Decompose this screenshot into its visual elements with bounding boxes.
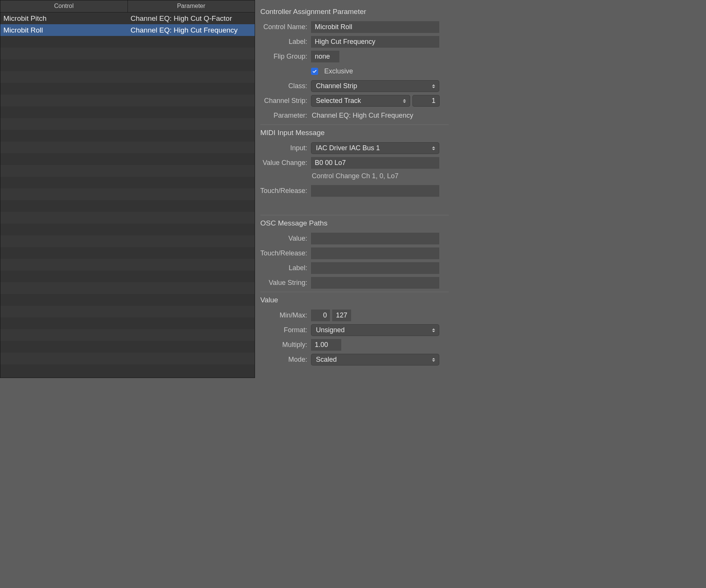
table-row-empty — [0, 142, 255, 153]
table-row-empty — [0, 271, 255, 282]
table-row-empty — [0, 259, 255, 271]
stepper-icon — [402, 98, 407, 104]
exclusive-checkbox[interactable] — [311, 68, 318, 75]
label-multiply: Multiply: — [260, 341, 311, 349]
table-row-empty — [0, 71, 255, 83]
table-row-empty — [0, 48, 255, 59]
midi-touch-release-input[interactable] — [311, 185, 439, 197]
table-row-empty — [0, 317, 255, 329]
label-mode: Mode: — [260, 356, 311, 364]
table-row-empty — [0, 95, 255, 106]
channel-strip-index[interactable]: 1 — [412, 95, 440, 107]
cell-parameter: Channel EQ: High Cut Q-Factor — [128, 14, 255, 23]
table-row-empty — [0, 212, 255, 224]
max-input[interactable] — [332, 310, 351, 321]
cell-control: Microbit Pitch — [0, 14, 128, 23]
label-value-change: Value Change: — [260, 159, 311, 167]
label-osc-touch-release: Touch/Release: — [260, 249, 311, 257]
stepper-icon — [431, 357, 436, 363]
cell-control: Microbit Roll — [0, 26, 128, 34]
table-row-empty — [0, 165, 255, 177]
table-row-empty — [0, 177, 255, 188]
label-channel-strip: Channel Strip: — [260, 97, 311, 105]
table-row-empty — [0, 224, 255, 235]
table-row-empty — [0, 118, 255, 130]
min-input[interactable] — [311, 310, 330, 321]
section-title-controller: Controller Assignment Parameter — [260, 5, 449, 21]
table-header: Control Parameter — [0, 0, 255, 12]
class-select[interactable]: Channel Strip — [311, 80, 439, 92]
table-row-empty — [0, 353, 255, 364]
label-flip-group: Flip Group: — [260, 53, 311, 61]
table-row-empty — [0, 282, 255, 294]
inspector-panel: Controller Assignment Parameter Control … — [255, 0, 454, 378]
mode-select[interactable]: Scaled — [311, 354, 439, 366]
stepper-icon — [431, 327, 436, 333]
label-label: Label: — [260, 38, 311, 46]
control-name-input[interactable] — [311, 21, 439, 33]
table-row-empty — [0, 329, 255, 341]
format-select[interactable]: Unsigned — [311, 324, 439, 336]
cell-parameter: Channel EQ: High Cut Frequency — [128, 26, 255, 34]
parameter-text: Channel EQ: High Cut Frequency — [311, 112, 413, 120]
osc-label-input[interactable] — [311, 262, 439, 274]
table-row[interactable]: Microbit RollChannel EQ: High Cut Freque… — [0, 24, 255, 36]
label-control-name: Control Name: — [260, 23, 311, 31]
label-input[interactable] — [311, 36, 439, 48]
label-class: Class: — [260, 82, 311, 90]
table-row-empty — [0, 247, 255, 259]
column-header-parameter[interactable]: Parameter — [128, 0, 255, 12]
label-parameter: Parameter: — [260, 112, 311, 120]
check-icon — [312, 69, 317, 74]
osc-touch-release-input[interactable] — [311, 247, 439, 259]
channel-strip-select[interactable]: Selected Track — [311, 95, 410, 107]
label-input: Input: — [260, 144, 311, 152]
table-row-empty — [0, 36, 255, 48]
label-osc-value-string: Value String: — [260, 279, 311, 287]
section-title-midi: MIDI Input Message — [260, 125, 449, 142]
label-osc-label: Label: — [260, 264, 311, 272]
label-min-max: Min/Max: — [260, 311, 311, 319]
table-row-empty — [0, 130, 255, 142]
table-body: Microbit PitchChannel EQ: High Cut Q-Fac… — [0, 12, 255, 378]
label-touch-release: Touch/Release: — [260, 187, 311, 195]
value-change-input[interactable] — [311, 157, 439, 169]
assignments-table: Control Parameter Microbit PitchChannel … — [0, 0, 255, 378]
flip-group-input[interactable] — [311, 51, 339, 62]
table-row-empty — [0, 341, 255, 353]
table-row-empty — [0, 83, 255, 95]
table-row-empty — [0, 200, 255, 212]
table-row-empty — [0, 294, 255, 306]
table-row-empty — [0, 106, 255, 118]
osc-value-input[interactable] — [311, 233, 439, 244]
multiply-input[interactable] — [311, 339, 341, 351]
stepper-icon — [431, 145, 436, 151]
osc-value-string-input[interactable] — [311, 277, 439, 289]
table-row-empty — [0, 188, 255, 200]
section-title-osc: OSC Message Paths — [260, 215, 449, 233]
table-row-empty — [0, 59, 255, 71]
section-title-value: Value — [260, 292, 449, 310]
stepper-icon — [431, 83, 436, 89]
table-row-empty — [0, 306, 255, 317]
midi-input-select[interactable]: IAC Driver IAC Bus 1 — [311, 142, 439, 154]
label-osc-value: Value: — [260, 235, 311, 243]
value-change-description: Control Change Ch 1, 0, Lo7 — [311, 172, 398, 180]
label-format: Format: — [260, 326, 311, 334]
table-row-empty — [0, 153, 255, 165]
table-row[interactable]: Microbit PitchChannel EQ: High Cut Q-Fac… — [0, 12, 255, 24]
column-header-control[interactable]: Control — [0, 0, 128, 12]
exclusive-label: Exclusive — [323, 67, 353, 75]
table-row-empty — [0, 235, 255, 247]
